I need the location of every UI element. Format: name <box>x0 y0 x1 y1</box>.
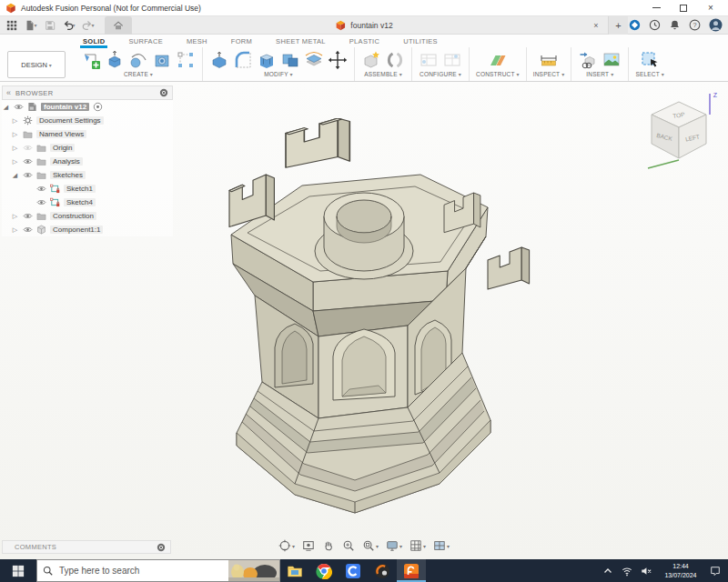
group-label-create[interactable]: CREATE <box>81 71 196 80</box>
insert-derive-icon[interactable] <box>578 50 598 70</box>
workspace-selector[interactable]: DESIGN <box>7 51 66 78</box>
extensions-icon[interactable] <box>629 19 641 31</box>
browser-item-sketch4[interactable]: Sketch4 <box>2 196 173 209</box>
volume-muted-icon[interactable] <box>641 566 652 577</box>
fillet-icon[interactable] <box>233 50 253 70</box>
browser-root-item[interactable]: ◢ fountain v12 <box>2 100 173 114</box>
document-tab[interactable]: fountain v12 <box>328 16 399 35</box>
help-icon[interactable]: ? <box>689 19 701 31</box>
taskbar-search[interactable]: Type here to search <box>36 559 280 582</box>
expander-icon[interactable]: ◢ <box>11 172 19 179</box>
group-label-select[interactable]: SELECT <box>635 71 664 80</box>
wifi-icon[interactable] <box>622 566 632 577</box>
comments-panel[interactable]: COMMENTS <box>2 540 171 554</box>
item-label[interactable]: Named Views <box>36 130 86 138</box>
viewport-canvas[interactable]: « BROWSER ◢ fountain v12 ▷ Document Sett… <box>0 82 728 559</box>
view-cube[interactable]: Z TOP BACK LEFT <box>639 87 721 171</box>
hole-icon[interactable] <box>152 50 172 70</box>
item-label[interactable]: Origin <box>50 144 75 152</box>
tab-solid[interactable]: SOLID <box>82 35 106 47</box>
display-settings-button[interactable]: ▾ <box>386 539 402 552</box>
browser-item-origin[interactable]: ▷ Origin <box>2 141 173 155</box>
action-center-icon[interactable] <box>710 566 721 577</box>
expander-icon[interactable]: ◢ <box>2 104 10 111</box>
group-label-inspect[interactable]: INSPECT <box>533 71 565 80</box>
expander-icon[interactable]: ▷ <box>11 213 19 220</box>
visibility-eye-icon[interactable] <box>23 156 33 166</box>
visibility-eye-icon[interactable] <box>23 143 33 153</box>
taskbar-app-file-explorer[interactable] <box>280 559 309 582</box>
taskbar-app-chrome[interactable] <box>309 559 339 582</box>
expander-icon[interactable]: ▷ <box>11 145 19 152</box>
select-icon[interactable] <box>640 50 660 70</box>
start-button[interactable] <box>0 559 36 582</box>
app-grid-button[interactable] <box>4 18 20 33</box>
root-item-label[interactable]: fountain v12 <box>41 103 89 111</box>
tab-utilities[interactable]: UTILITIES <box>402 35 439 47</box>
construction-plane-icon[interactable] <box>488 50 508 70</box>
expander-icon[interactable]: ▷ <box>11 226 19 234</box>
tab-surface[interactable]: SURFACE <box>127 35 164 47</box>
grid-display-button[interactable]: ▾ <box>410 539 426 552</box>
browser-item-sketch1[interactable]: Sketch1 <box>2 182 173 196</box>
move-icon[interactable] <box>328 50 348 70</box>
comments-expand-icon[interactable] <box>157 543 166 552</box>
item-label[interactable]: Sketch1 <box>64 185 96 193</box>
maximize-button[interactable] <box>670 0 697 15</box>
zoom-button[interactable] <box>342 539 355 552</box>
item-label[interactable]: Analysis <box>50 157 83 166</box>
new-document-tab-button[interactable]: + <box>608 16 628 35</box>
browser-item-analysis[interactable]: ▷ Analysis <box>2 155 173 168</box>
profile-avatar[interactable] <box>709 18 723 32</box>
joint-icon[interactable] <box>385 50 405 70</box>
create-sketch-icon[interactable] <box>81 50 101 70</box>
orbit-button[interactable]: ▾ <box>278 539 295 552</box>
item-label[interactable]: Component1:1 <box>50 226 103 234</box>
pan-button[interactable] <box>322 539 335 552</box>
fit-button[interactable]: ▾ <box>362 539 379 552</box>
visibility-eye-icon[interactable] <box>36 184 46 194</box>
tab-plastic[interactable]: PLASTIC <box>349 35 380 47</box>
item-label[interactable]: Construction <box>50 212 96 220</box>
pattern-icon[interactable] <box>176 50 196 70</box>
tab-sheet-metal[interactable]: SHEET METAL <box>275 35 327 47</box>
group-label-modify[interactable]: MODIFY <box>209 71 348 80</box>
insert-image-icon[interactable] <box>602 50 622 70</box>
visibility-eye-icon[interactable] <box>36 197 46 207</box>
group-label-construct[interactable]: CONSTRUCT <box>476 71 520 80</box>
taskbar-app-fusion[interactable] <box>397 559 426 582</box>
configuration-icon[interactable] <box>419 50 439 70</box>
search-highlight-photo[interactable] <box>228 560 279 581</box>
notifications-icon[interactable] <box>669 19 681 31</box>
group-label-assemble[interactable]: ASSEMBLE <box>361 71 405 80</box>
taskbar-app-cura[interactable] <box>339 559 368 582</box>
activate-component-icon[interactable] <box>93 102 103 112</box>
visibility-eye-icon[interactable] <box>14 102 24 112</box>
browser-item-document-settings[interactable]: ▷ Document Settings <box>2 114 173 127</box>
taskbar-app-sphere[interactable] <box>368 559 397 582</box>
job-status-icon[interactable] <box>649 19 661 31</box>
sweep-icon[interactable] <box>128 50 148 70</box>
visibility-eye-icon[interactable] <box>23 225 33 235</box>
tab-mesh[interactable]: MESH <box>186 35 208 47</box>
visibility-eye-icon[interactable] <box>23 170 33 180</box>
hidden-icons-chevron[interactable] <box>602 566 613 577</box>
save-button[interactable] <box>42 18 58 33</box>
close-button[interactable]: × <box>697 0 724 15</box>
browser-item-construction[interactable]: ▷ Construction <box>2 209 173 223</box>
home-tab-button[interactable] <box>105 16 132 35</box>
group-label-insert[interactable]: INSERT <box>578 71 622 80</box>
document-tab-close-button[interactable]: × <box>590 21 602 30</box>
browser-item-sketches[interactable]: ◢ Sketches <box>2 168 173 182</box>
taskbar-clock[interactable]: 12:44 13/07/2024 <box>660 562 702 579</box>
configuration-table-icon[interactable] <box>442 50 462 70</box>
item-label[interactable]: Sketches <box>50 171 86 179</box>
shell-icon[interactable] <box>257 50 277 70</box>
undo-button[interactable]: ▾ <box>61 18 77 33</box>
file-menu-button[interactable]: ▾ <box>23 18 39 33</box>
expander-icon[interactable]: ▷ <box>11 117 19 125</box>
expander-icon[interactable]: ▷ <box>11 131 19 138</box>
visibility-eye-icon[interactable] <box>23 211 33 221</box>
tab-form[interactable]: FORM <box>230 35 253 47</box>
minimize-button[interactable] <box>642 0 670 15</box>
